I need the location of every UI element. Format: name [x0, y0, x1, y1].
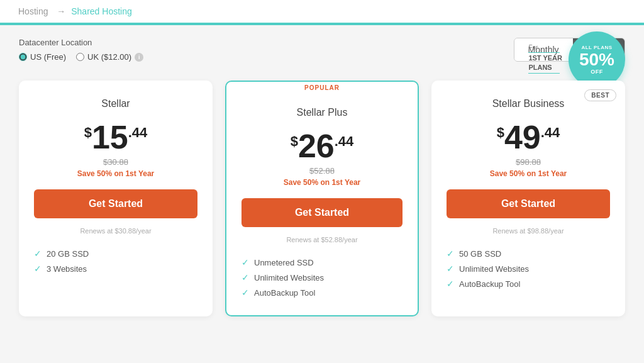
feature-plus-2: ✓ AutoBackup Tool	[242, 285, 402, 300]
feature-stellar-1: ✓ 3 Websites	[34, 261, 197, 276]
year-label: 1ST YEAR	[528, 54, 562, 62]
original-price-business: $98.88	[447, 157, 610, 167]
datacenter-us-label: US (Free)	[30, 52, 66, 62]
check-icon-business-0: ✓	[447, 249, 454, 259]
check-icon-plus-2: ✓	[242, 288, 249, 298]
datacenter-label: Datacenter Location	[19, 38, 143, 47]
plan-price-plus: $ 26 .44	[291, 130, 354, 162]
datacenter-section: Datacenter Location US (Free) UK ($12.00…	[19, 38, 143, 62]
feature-business-1: ✓ Unlimited Websites	[447, 261, 610, 276]
info-icon[interactable]: i	[135, 53, 143, 62]
get-started-business[interactable]: Get Started	[447, 189, 610, 218]
year-line-bottom	[528, 73, 560, 74]
first-year-note: For 1ST YEAR PLANS	[528, 44, 562, 74]
feature-business-0: ✓ 50 GB SSD	[447, 246, 610, 261]
best-badge: BEST	[584, 89, 616, 101]
dollar-stellar: $	[84, 126, 92, 140]
feature-text-plus-1: Unlimited Websites	[254, 273, 324, 282]
plan-price-container-stellar: $ 15 .44	[34, 121, 197, 154]
plan-card-business: BEST Stellar Business $ 49 .44 $98.88 Sa…	[431, 81, 625, 316]
original-price-stellar: $30.88	[34, 157, 197, 167]
feature-list-stellar: ✓ 20 GB SSD ✓ 3 Websites	[34, 246, 197, 276]
discount-badge: ALL PLANS 50% OFF	[569, 31, 625, 88]
cents-plus: .44	[335, 135, 354, 148]
year-line-top	[528, 52, 560, 53]
plan-price-business: $ 49 .44	[497, 121, 560, 154]
cents-business: .44	[541, 126, 560, 140]
for-text: For	[528, 44, 538, 51]
plan-name-stellar-plus: Stellar Plus	[242, 107, 402, 118]
get-started-stellar[interactable]: Get Started	[34, 189, 197, 218]
check-icon-business-2: ✓	[447, 279, 454, 289]
dollar-plus: $	[291, 135, 298, 148]
check-icon-plus-1: ✓	[242, 272, 249, 282]
feature-business-2: ✓ AutoBackup Tool	[447, 276, 610, 291]
datacenter-uk-radio[interactable]	[76, 53, 84, 61]
breadcrumb-hosting: Hosting	[18, 6, 48, 16]
plan-name-stellar: Stellar	[34, 98, 197, 109]
discount-percent: 50%	[579, 51, 614, 69]
amount-stellar: 15	[92, 121, 128, 154]
dollar-business: $	[497, 126, 504, 140]
feature-plus-1: ✓ Unlimited Websites	[242, 270, 402, 285]
amount-plus: 26	[298, 130, 335, 162]
plan-name-business: Stellar Business	[447, 98, 610, 109]
radio-group: US (Free) UK ($12.00) i	[19, 52, 143, 62]
feature-text-plus-0: Unmetered SSD	[254, 258, 314, 267]
plan-card-stellar-plus: POPULAR Stellar Plus $ 26 .44 $52.88 Sav…	[225, 81, 419, 316]
cents-stellar: .44	[128, 126, 148, 140]
save-text-business: Save 50% on 1st Year	[447, 169, 610, 178]
breadcrumb: Hosting → Shared Hosting	[15, 6, 132, 16]
amount-business: 49	[504, 121, 541, 154]
renews-at-stellar: Renews at $30.88/year	[34, 227, 197, 235]
original-price-plus: $52.88	[242, 166, 402, 176]
feature-text-business-0: 50 GB SSD	[459, 249, 501, 259]
check-icon-0: ✓	[34, 249, 42, 259]
renews-at-business: Renews at $98.88/year	[447, 227, 610, 235]
save-text-stellar: Save 50% on 1st Year	[34, 169, 197, 178]
plans-grid: Stellar $ 15 .44 $30.88 Save 50% on 1st …	[19, 81, 625, 316]
plan-price-container-business: $ 49 .44	[447, 121, 610, 154]
feature-text-stellar-1: 3 Websites	[47, 264, 87, 274]
plan-price-container-plus: $ 26 .44	[242, 130, 402, 162]
breadcrumb-shared-hosting[interactable]: Shared Hosting	[71, 6, 132, 16]
feature-stellar-0: ✓ 20 GB SSD	[34, 246, 197, 261]
plans-label: PLANS	[528, 64, 552, 72]
plan-price-stellar: $ 15 .44	[84, 121, 148, 154]
check-icon-plus-0: ✓	[242, 257, 249, 267]
popular-badge: POPULAR	[297, 82, 347, 94]
feature-list-business: ✓ 50 GB SSD ✓ Unlimited Websites ✓ AutoB…	[447, 246, 610, 291]
plan-card-stellar: Stellar $ 15 .44 $30.88 Save 50% on 1st …	[19, 81, 213, 316]
check-icon-business-1: ✓	[447, 264, 454, 274]
top-bar: Hosting → Shared Hosting	[0, 0, 644, 24]
datacenter-uk-option[interactable]: UK ($12.00) i	[76, 52, 143, 62]
feature-text-plus-2: AutoBackup Tool	[254, 288, 315, 298]
feature-text-business-1: Unlimited Websites	[459, 264, 529, 274]
discount-off: OFF	[591, 69, 603, 75]
feature-list-plus: ✓ Unmetered SSD ✓ Unlimited Websites ✓ A…	[242, 255, 402, 300]
feature-text-business-2: AutoBackup Tool	[459, 279, 520, 289]
datacenter-us-radio[interactable]	[19, 53, 27, 61]
datacenter-us-option[interactable]: US (Free)	[19, 52, 66, 62]
renews-at-plus: Renews at $52.88/year	[242, 236, 402, 243]
datacenter-uk-label: UK ($12.00)	[87, 52, 131, 62]
get-started-plus[interactable]: Get Started	[242, 198, 402, 227]
feature-text-stellar-0: 20 GB SSD	[47, 249, 89, 259]
save-text-plus: Save 50% on 1st Year	[242, 178, 402, 187]
feature-plus-0: ✓ Unmetered SSD	[242, 255, 402, 270]
main-content: ALL PLANS 50% OFF For 1ST YEAR PLANS Dat…	[0, 25, 644, 335]
check-icon-1: ✓	[34, 264, 42, 274]
breadcrumb-arrow: →	[57, 6, 65, 16]
